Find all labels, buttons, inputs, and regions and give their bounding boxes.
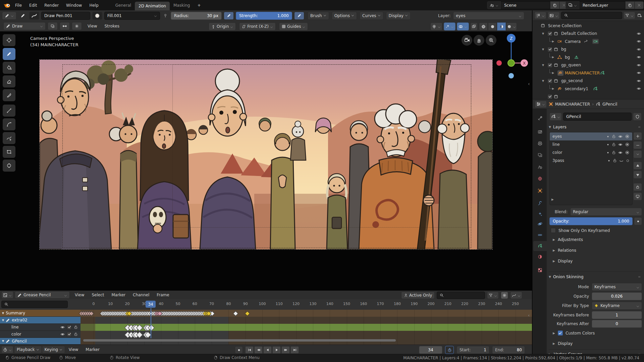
- channel-use-checkbox[interactable]: [67, 325, 72, 330]
- strength-pressure-button[interactable]: [294, 12, 304, 20]
- outliner-scene-dropdown[interactable]: [548, 12, 560, 19]
- layer-row-eyes[interactable]: eyes: [550, 132, 632, 140]
- channel-row-extra02[interactable]: ▼extra02: [0, 317, 532, 324]
- layer-specials-button[interactable]: [633, 150, 642, 158]
- axis-navigation-gizmo[interactable]: Z X: [490, 33, 531, 90]
- layer-dropdown[interactable]: eyes: [453, 12, 524, 20]
- disclosure-closed[interactable]: ▶: [552, 40, 554, 43]
- properties-tab-tool[interactable]: [533, 113, 547, 123]
- layer-onion-icon[interactable]: [625, 142, 630, 147]
- mask-dot-icon[interactable]: [606, 143, 609, 146]
- brush-preview-thumbnail[interactable]: [29, 12, 39, 20]
- tool-arc[interactable]: [3, 118, 15, 130]
- breadcrumb-object[interactable]: MAINCHARACTER: [555, 102, 590, 107]
- hide-toggle-eye-icon[interactable]: [637, 32, 641, 36]
- mask-dot-icon[interactable]: [607, 159, 610, 162]
- frame-start-field[interactable]: Start: 1: [457, 346, 489, 354]
- timeline-menu-marker[interactable]: Marker: [82, 347, 103, 352]
- workspace-tab-masking[interactable]: Masking: [170, 3, 194, 8]
- tool-circle[interactable]: [3, 160, 15, 172]
- disclosure-open[interactable]: ▼: [542, 64, 544, 67]
- disclosure-open[interactable]: ▼: [542, 48, 544, 51]
- onion-display-label[interactable]: Display: [558, 341, 573, 346]
- layer-onion-icon[interactable]: [625, 134, 630, 139]
- disclosure-closed[interactable]: ▶: [552, 87, 554, 90]
- channel-use-checkbox[interactable]: [67, 332, 72, 337]
- outliner-row-secondary1[interactable]: ▶secondary1: [533, 85, 644, 93]
- scene-name-field[interactable]: Scene: [501, 1, 550, 9]
- viewport-3d[interactable]: Draw ViewStrokes Origin Front (X-Z) Guid…: [0, 21, 532, 291]
- outliner-search-input[interactable]: [561, 12, 622, 19]
- object-visibility-dropdown[interactable]: [430, 22, 442, 31]
- move-layer-down-button[interactable]: [633, 171, 642, 179]
- view-layer-name-field[interactable]: RenderLayer: [580, 1, 625, 9]
- next-keyframe-button[interactable]: [281, 346, 290, 354]
- channel-name-line[interactable]: line: [0, 324, 80, 331]
- channel-name-gpencil[interactable]: ▼GPencil: [0, 338, 80, 345]
- channel-name-extra02[interactable]: ▼extra02: [0, 317, 80, 324]
- outliner-row-scene-collection[interactable]: Scene Collection: [533, 22, 644, 29]
- layer-opacity-slider[interactable]: Opacity: 1.000: [549, 217, 633, 225]
- gizmo-toggle[interactable]: [444, 22, 455, 31]
- active-only-toggle[interactable]: Active Only: [401, 292, 435, 299]
- fake-user-button[interactable]: [633, 113, 642, 121]
- onion-display-disclosure[interactable]: ▶: [553, 342, 555, 345]
- layer-list-expand[interactable]: ▶: [551, 198, 554, 201]
- properties-tab-data[interactable]: [533, 241, 547, 251]
- hide-toggle-eye-icon[interactable]: [637, 86, 641, 91]
- outliner-new-collection-icon[interactable]: [637, 13, 643, 18]
- properties-tab-render[interactable]: [533, 127, 547, 137]
- tool-box[interactable]: [3, 146, 15, 158]
- channel-row-color[interactable]: color: [0, 331, 532, 338]
- layer-hide-icon[interactable]: [618, 150, 623, 155]
- dopesheet-filter-dropdown[interactable]: [487, 292, 499, 299]
- viewport-menu-view[interactable]: View: [84, 24, 101, 28]
- outliner-row-gp_queen[interactable]: ▼gp_queen: [533, 61, 644, 69]
- frame-number-field[interactable]: 34: [419, 346, 442, 354]
- channel-hide-icon[interactable]: [60, 332, 65, 337]
- custom-colors-checkbox[interactable]: [558, 330, 563, 336]
- disclosure-open[interactable]: ▼: [542, 32, 544, 35]
- jump-start-button[interactable]: [245, 346, 254, 354]
- layers-disclosure[interactable]: ▼: [549, 125, 551, 129]
- onion-disclosure[interactable]: ▼: [549, 275, 551, 279]
- disclosure-open[interactable]: ▼: [542, 79, 544, 82]
- layers-panel-title[interactable]: Layers: [553, 125, 567, 129]
- multiframe-toggle[interactable]: [48, 22, 58, 30]
- properties-editor-type-dropdown[interactable]: [535, 101, 547, 108]
- tool-erase[interactable]: [3, 75, 15, 87]
- move-layer-up-button[interactable]: [633, 162, 642, 170]
- menu-render[interactable]: Render: [41, 3, 62, 8]
- use-preview-range-toggle[interactable]: [445, 346, 454, 354]
- snap-toggle[interactable]: [72, 22, 82, 30]
- tool-popover-button[interactable]: [2, 12, 16, 20]
- workspace-tab-general[interactable]: General: [112, 3, 135, 8]
- dopesheet-menu-select[interactable]: Select: [88, 293, 108, 297]
- curve-soft-icon[interactable]: [619, 159, 624, 163]
- tool-curve[interactable]: [3, 132, 15, 144]
- editor-type-dropdown[interactable]: [1, 291, 13, 299]
- subpanel-display[interactable]: ▶Display: [553, 259, 573, 263]
- collection-checkbox[interactable]: [547, 78, 552, 83]
- viewport-menu-strokes[interactable]: Strokes: [101, 24, 123, 28]
- channel-search-input[interactable]: [1, 301, 68, 308]
- remove-layer-button[interactable]: [633, 141, 642, 149]
- properties-tab-constraints[interactable]: [533, 230, 547, 240]
- properties-tab-effects[interactable]: [533, 209, 547, 219]
- view-layer-type-dropdown[interactable]: [566, 1, 580, 9]
- shading-solid-button[interactable]: [488, 22, 497, 31]
- origin-popover[interactable]: Origin: [209, 22, 236, 31]
- tool-line[interactable]: [3, 105, 15, 117]
- hide-toggle-eye-icon[interactable]: [637, 63, 641, 67]
- xray-toggle[interactable]: [470, 22, 478, 31]
- interpolation-dropdown[interactable]: [510, 292, 522, 299]
- dopesheet-menu-frame[interactable]: Frame: [153, 293, 173, 297]
- outliner-row-bg[interactable]: ▼bg: [533, 46, 644, 53]
- drawing-plane-popover[interactable]: Front (X-Z): [239, 22, 276, 31]
- mode-dropdown[interactable]: Draw: [3, 22, 46, 30]
- dopesheet-menu-channel[interactable]: Channel: [129, 293, 153, 297]
- properties-tab-scene[interactable]: [533, 162, 547, 172]
- workspace-tab-2d-animation[interactable]: 2D Animation: [135, 2, 170, 10]
- menu-edit[interactable]: Edit: [25, 3, 41, 8]
- onion-opacity-field[interactable]: 0.026: [592, 292, 642, 300]
